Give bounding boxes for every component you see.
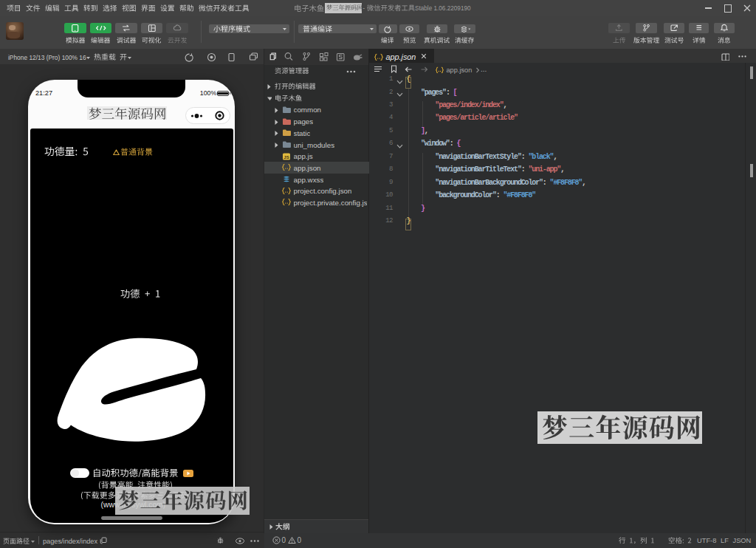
svg-text:JS: JS bbox=[284, 154, 289, 159]
